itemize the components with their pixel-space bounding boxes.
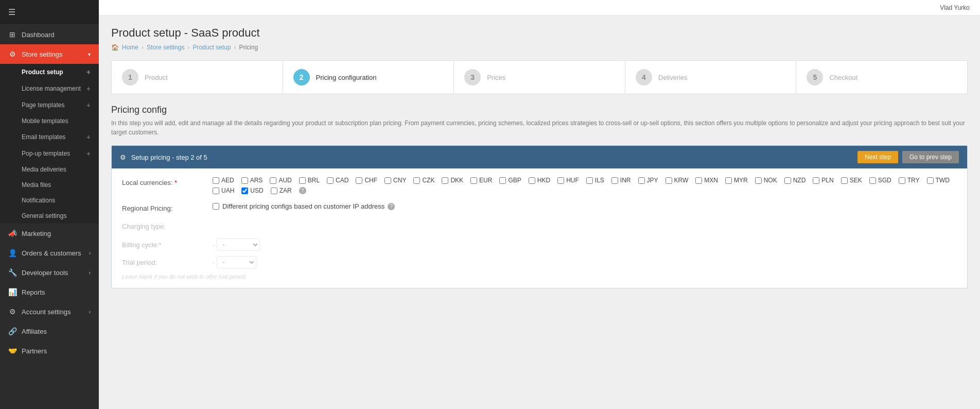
sidebar-item-email-templates[interactable]: Email templates + — [0, 129, 99, 145]
sidebar-item-product-setup[interactable]: Product setup + — [0, 64, 99, 80]
sidebar-item-store-settings[interactable]: ⚙ Store settings ▾ — [0, 44, 99, 64]
currency-czk[interactable]: CZK — [413, 177, 434, 184]
currency-chf-checkbox[interactable] — [356, 177, 362, 184]
step-1[interactable]: 1 Product — [112, 61, 283, 94]
currency-chf[interactable]: CHF — [356, 177, 377, 184]
sidebar-item-popup-templates[interactable]: Pop-up templates + — [0, 145, 99, 162]
currency-inr-checkbox[interactable] — [611, 177, 618, 184]
currency-hkd[interactable]: HKD — [529, 177, 550, 184]
currency-zar-checkbox[interactable] — [271, 188, 277, 194]
currency-uah-checkbox[interactable] — [213, 188, 219, 194]
plus-icon[interactable]: + — [86, 133, 91, 141]
sidebar-item-reports[interactable]: 📊 Reports — [0, 282, 99, 302]
currency-cad[interactable]: CAD — [327, 177, 348, 184]
plus-icon[interactable]: + — [86, 68, 91, 76]
step-3[interactable]: 3 Prices — [454, 61, 625, 94]
currency-ils-checkbox[interactable] — [586, 177, 593, 184]
currency-pln-checkbox[interactable] — [813, 177, 819, 184]
currency-zar[interactable]: ZAR — [271, 187, 292, 194]
sidebar-item-orders-customers[interactable]: 👤 Orders & customers › — [0, 243, 99, 263]
section-title: Pricing config — [111, 105, 968, 115]
breadcrumb-store-settings[interactable]: Store settings — [147, 44, 184, 51]
plus-icon[interactable]: + — [86, 149, 91, 158]
billing-cycle-select[interactable]: - Monthly Quarterly Annually — [217, 238, 260, 251]
currency-dkk-checkbox[interactable] — [442, 177, 448, 184]
trial-period-select[interactable]: - 7 days 14 days 30 days — [217, 256, 256, 268]
currency-huf-checkbox[interactable] — [557, 177, 564, 184]
currency-aud-checkbox[interactable] — [270, 177, 276, 184]
currency-mxn-checkbox[interactable] — [695, 177, 702, 184]
sidebar-item-media-files[interactable]: Media files — [0, 177, 99, 193]
currency-aed[interactable]: AED — [213, 177, 234, 184]
currency-try-checkbox[interactable] — [899, 177, 905, 184]
currency-aed-checkbox[interactable] — [213, 177, 219, 184]
sidebar-item-notifications[interactable]: Notifications — [0, 193, 99, 208]
currency-ars[interactable]: ARS — [241, 177, 263, 184]
currency-cad-checkbox[interactable] — [327, 177, 334, 184]
currency-gbp[interactable]: GBP — [499, 177, 521, 184]
currency-cny-checkbox[interactable] — [384, 177, 391, 184]
currency-sgd-checkbox[interactable] — [869, 177, 876, 184]
currency-dkk[interactable]: DKK — [442, 177, 463, 184]
currencies-help-icon[interactable]: ? — [299, 187, 306, 194]
currency-jpy[interactable]: JPY — [638, 177, 658, 184]
prev-step-button[interactable]: Go to prev step — [902, 151, 959, 163]
currency-twd[interactable]: TWD — [927, 177, 950, 184]
sidebar-item-developer-tools[interactable]: 🔧 Developer tools ‹ — [0, 263, 99, 282]
regional-pricing-help-icon[interactable]: ? — [388, 203, 395, 210]
currency-gbp-checkbox[interactable] — [499, 177, 506, 184]
currency-mxn[interactable]: MXN — [695, 177, 718, 184]
currency-huf[interactable]: HUF — [557, 177, 579, 184]
currency-nzd-checkbox[interactable] — [784, 177, 791, 184]
currency-hkd-checkbox[interactable] — [529, 177, 535, 184]
next-step-button[interactable]: Next step — [857, 151, 898, 163]
regional-pricing-checkbox[interactable] — [213, 203, 219, 210]
sidebar-item-dashboard[interactable]: ⊞ Dashboard — [0, 25, 99, 44]
step-2[interactable]: 2 Pricing configuration — [283, 61, 454, 94]
step-4[interactable]: 4 Deliveries — [625, 61, 797, 94]
currency-inr[interactable]: INR — [611, 177, 631, 184]
sidebar-item-page-templates[interactable]: Page templates + — [0, 97, 99, 113]
sidebar-item-account-settings[interactable]: ⚙ Account settings ‹ — [0, 302, 99, 321]
currency-eur[interactable]: EUR — [470, 177, 492, 184]
currency-nzd[interactable]: NZD — [784, 177, 806, 184]
breadcrumb-product-setup[interactable]: Product setup — [192, 44, 231, 51]
currency-myr-checkbox[interactable] — [725, 177, 732, 184]
currency-krw[interactable]: KRW — [666, 177, 689, 184]
currency-brl[interactable]: BRL — [299, 177, 320, 184]
step-5[interactable]: 5 Checkout — [796, 61, 967, 94]
plus-icon[interactable]: + — [86, 101, 91, 109]
hamburger-icon[interactable]: ☰ — [8, 7, 15, 17]
currency-try[interactable]: TRY — [899, 177, 920, 184]
currency-eur-checkbox[interactable] — [470, 177, 477, 184]
currency-usd[interactable]: USD — [241, 187, 263, 194]
currency-nok[interactable]: NOK — [755, 177, 777, 184]
currency-ars-checkbox[interactable] — [241, 177, 248, 184]
sidebar-item-media-deliveries[interactable]: Media deliveries — [0, 162, 99, 177]
currency-usd-checkbox[interactable] — [241, 188, 248, 194]
currency-sgd[interactable]: SGD — [869, 177, 891, 184]
currency-ils[interactable]: ILS — [586, 177, 604, 184]
breadcrumb-home[interactable]: Home — [122, 44, 138, 51]
chevron-right-icon: › — [89, 250, 91, 256]
currency-brl-checkbox[interactable] — [299, 177, 306, 184]
sidebar-item-partners[interactable]: 🤝 Partners — [0, 341, 99, 361]
currency-twd-checkbox[interactable] — [927, 177, 934, 184]
currency-uah[interactable]: UAH — [213, 187, 234, 194]
currency-sek[interactable]: SEK — [841, 177, 862, 184]
currency-sek-checkbox[interactable] — [841, 177, 848, 184]
currency-cny[interactable]: CNY — [384, 177, 406, 184]
currency-jpy-checkbox[interactable] — [638, 177, 645, 184]
sidebar-item-general-settings[interactable]: General settings — [0, 208, 99, 224]
currency-myr[interactable]: MYR — [725, 177, 748, 184]
currency-czk-checkbox[interactable] — [413, 177, 420, 184]
sidebar-item-marketing[interactable]: 📣 Marketing — [0, 224, 99, 243]
currency-krw-checkbox[interactable] — [666, 177, 672, 184]
currency-nok-checkbox[interactable] — [755, 177, 762, 184]
sidebar-item-mobile-templates[interactable]: Mobile templates — [0, 113, 99, 129]
currency-pln[interactable]: PLN — [813, 177, 833, 184]
sidebar-item-affiliates[interactable]: 🔗 Affiliates — [0, 321, 99, 341]
currency-aud[interactable]: AUD — [270, 177, 291, 184]
plus-icon[interactable]: + — [86, 84, 91, 93]
sidebar-item-license-management[interactable]: License management + — [0, 80, 99, 97]
